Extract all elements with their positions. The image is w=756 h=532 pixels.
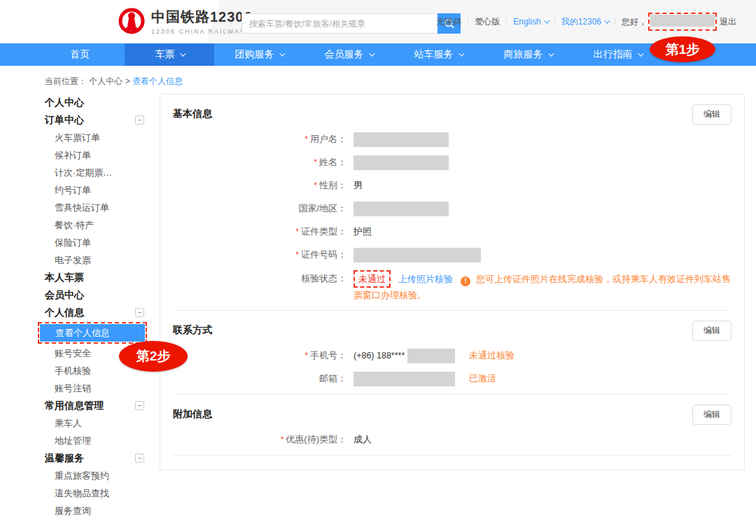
sidebar-item-lost-and-found[interactable]: 遗失物品查找 (43, 484, 148, 502)
upload-photo-verification-link[interactable]: 上传照片核验 (398, 274, 453, 284)
required-mark: * (314, 181, 317, 190)
greeting-text: 您好， (622, 16, 647, 28)
sidebar-item-account-cancellation[interactable]: 账号注销 (43, 379, 148, 397)
care-version-link[interactable]: 爱心版 (475, 16, 500, 28)
sidebar-item-passengers[interactable]: 乘车人 (43, 414, 148, 432)
accessibility-link[interactable]: 无障碍 (436, 16, 461, 28)
gender-label: 性别： (319, 180, 346, 190)
my-12306-label: 我的12306 (561, 16, 601, 28)
sidebar-item-personal-center[interactable]: 个人中心 (43, 94, 148, 111)
sidebar-label: 订单中心 (45, 114, 84, 127)
redacted-username (650, 15, 715, 27)
nav-travel-guide-label: 出行指南 (594, 48, 633, 61)
sidebar-item-service-inquiry[interactable]: 服务查询 (43, 502, 148, 519)
nav-member-services[interactable]: 会员服务 (304, 43, 393, 66)
breadcrumb: 当前位置： 个人中心 > 查看个人信息 (0, 66, 756, 85)
sidebar-item-key-passenger-reservation[interactable]: 重点旅客预约 (43, 467, 148, 484)
chevron-down-icon (544, 18, 550, 23)
sidebar-item-train-ticket-orders[interactable]: 火车票订单 (43, 129, 148, 146)
sidebar-item-order-center[interactable]: 订单中心 (43, 111, 148, 129)
nav-member-services-label: 会员服务 (325, 48, 364, 61)
name-row: *姓名： (173, 155, 732, 170)
required-mark: * (281, 435, 284, 444)
sidebar-item-reservation-orders[interactable]: 约号订单 (43, 181, 148, 199)
sidebar-item-pass-ticket-orders[interactable]: 计次·定期票… (43, 164, 148, 181)
nav-home[interactable]: 首页 (35, 43, 125, 66)
search-input[interactable] (241, 13, 438, 34)
sidebar-item-e-invoice[interactable]: 电子发票 (43, 251, 148, 269)
nav-business-travel[interactable]: 商旅服务 (483, 43, 573, 66)
sidebar-item-waitlist-orders[interactable]: 候补订单 (43, 146, 148, 164)
sidebar-item-insurance-orders[interactable]: 保险订单 (43, 234, 148, 251)
logout-link[interactable]: 退出 (720, 16, 736, 28)
sidebar-label: 本人车票 (45, 272, 84, 284)
step2-annotation-badge: 第2步 (119, 341, 188, 372)
nav-station-services[interactable]: 站车服务 (393, 43, 483, 66)
collapse-icon[interactable] (135, 401, 144, 410)
email-label: 邮箱： (319, 373, 346, 384)
basic-info-edit-button[interactable]: 编辑 (692, 104, 732, 125)
username-label: 用户名： (310, 134, 346, 144)
contact-edit-button[interactable]: 编辑 (692, 321, 732, 341)
my-12306-link[interactable]: 我的12306 (561, 16, 608, 28)
country-label: 国家/地区： (298, 203, 346, 214)
email-activation-status: 已激活 (469, 372, 496, 385)
sidebar-item-ski-equipment-orders[interactable]: 雪具快运订单 (43, 199, 148, 216)
phone-row: *手机号： (+86) 188**** 未通过核验 (173, 348, 732, 363)
sidebar-label: 乘车人 (55, 417, 82, 430)
contact-title: 联系方式 (173, 324, 212, 337)
nav-travel-guide[interactable]: 出行指南 (573, 43, 662, 66)
breadcrumb-current[interactable]: 查看个人信息 (132, 76, 183, 86)
sidebar-label: 会员中心 (45, 289, 84, 302)
sidebar-item-address-management[interactable]: 地址管理 (43, 432, 148, 449)
nav-group-services[interactable]: 团购服务 (214, 43, 304, 66)
phone-label: 手机号： (310, 350, 346, 360)
contact-header: 联系方式 编辑 (173, 311, 732, 340)
discount-type-row: *优惠(待)类型： 成人 (173, 432, 732, 447)
sidebar-label: 地址管理 (55, 435, 91, 447)
sidebar-item-my-tickets[interactable]: 本人车票 (43, 269, 148, 286)
personal-info-panel: 基本信息 编辑 *用户名： *姓名： *性别： 男 国家/地区： (160, 94, 745, 470)
verification-status-label: 核验状态： (173, 270, 354, 286)
sidebar-item-food-specialty[interactable]: 餐饮·特产 (43, 216, 148, 234)
id-number-row: *证件号码： (173, 247, 732, 262)
breadcrumb-parent[interactable]: 个人中心 (89, 76, 122, 86)
discount-type-label: 优惠(待)类型： (286, 434, 346, 444)
required-mark: * (304, 134, 308, 144)
sidebar-item-common-info-management[interactable]: 常用信息管理 (43, 397, 148, 414)
sidebar-label: 查看个人信息 (55, 327, 110, 340)
sidebar-label: 雪具快运订单 (55, 202, 109, 214)
sidebar-item-caring-services[interactable]: 温馨服务 (43, 449, 148, 467)
sidebar: 个人中心 订单中心 火车票订单 候补订单 计次·定期票… 约号订单 雪具快运订单… (43, 94, 148, 519)
language-link-label: English (513, 17, 540, 27)
sidebar-item-view-personal-info[interactable]: 查看个人信息 (40, 324, 145, 342)
sidebar-label: 保险订单 (55, 237, 91, 249)
sidebar-label: 个人中心 (45, 97, 84, 109)
nav-business-travel-label: 商旅服务 (504, 48, 543, 61)
verification-status-value: 未通过 (354, 270, 391, 288)
language-link[interactable]: English (513, 17, 547, 27)
id-number-label: 证件号码： (301, 249, 346, 260)
sidebar-item-membership-center[interactable]: 会员中心 (43, 286, 148, 304)
additional-info-edit-button[interactable]: 编辑 (692, 405, 732, 425)
sidebar-item-personal-info[interactable]: 个人信息 (43, 304, 148, 321)
header-search (241, 13, 461, 34)
required-mark: * (314, 158, 317, 167)
collapse-icon[interactable] (135, 115, 144, 125)
sidebar-label: 服务查询 (55, 505, 91, 517)
info-icon (461, 276, 470, 286)
chevron-down-icon (279, 50, 285, 56)
collapse-icon[interactable] (135, 308, 144, 317)
basic-info-header: 基本信息 编辑 (173, 94, 732, 124)
redacted-name-value (354, 155, 449, 170)
site-logo[interactable]: 中国铁路12306 12306 CHINA RAILWAY (118, 7, 253, 35)
sidebar-label: 常用信息管理 (45, 400, 104, 412)
sidebar-label: 约号订单 (55, 184, 91, 197)
username-row: *用户名： (173, 132, 732, 147)
sidebar-label: 重点旅客预约 (55, 470, 109, 482)
nav-tickets[interactable]: 车票 (125, 43, 214, 66)
collapse-icon[interactable] (135, 454, 144, 463)
sidebar-label: 餐饮·特产 (55, 219, 94, 232)
gender-row: *性别： 男 (173, 178, 732, 193)
panel-bottom-padding (173, 456, 732, 463)
